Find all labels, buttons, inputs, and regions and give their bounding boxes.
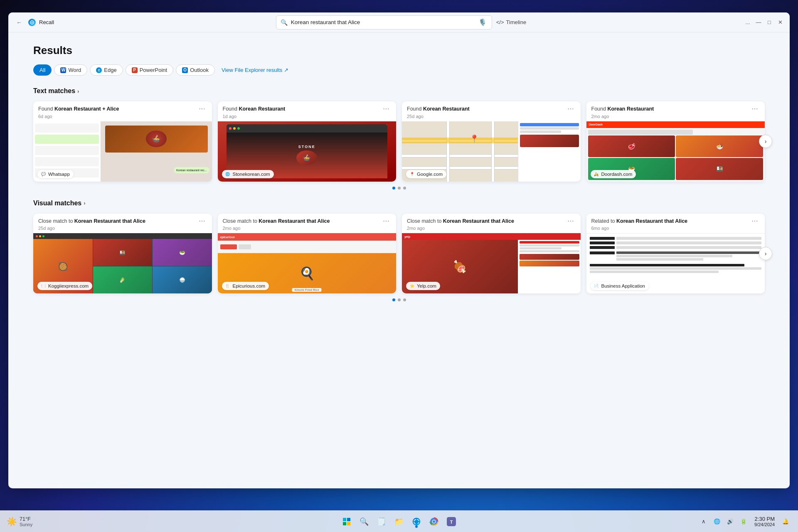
- map-pin: 📍: [470, 134, 479, 143]
- visual-matches-header[interactable]: Visual matches ›: [33, 200, 765, 207]
- card-4-menu-button[interactable]: ⋯: [750, 106, 760, 112]
- sys-network-icon[interactable]: 🌐: [711, 516, 723, 527]
- card-3-menu-button[interactable]: ⋯: [566, 106, 576, 112]
- taskbar-left: ☀️ 71°F Sunny: [7, 516, 32, 527]
- text-matches-header[interactable]: Text matches ›: [33, 87, 765, 95]
- wa-chat-3: [35, 146, 99, 155]
- edge-icon: e: [96, 67, 102, 73]
- close-button[interactable]: ✕: [776, 16, 785, 29]
- visual-match-card-4[interactable]: Related to Korean Restaurant that Alice …: [586, 214, 765, 294]
- yelp-source-icon: ⭐: [409, 283, 415, 289]
- start-button[interactable]: [339, 514, 355, 530]
- text-match-card-2[interactable]: Found Korean Restaurant 1d ago ⋯: [218, 101, 397, 182]
- vm-card-2-header: Close match to Korean Restaurant that Al…: [218, 214, 397, 234]
- biz-val-3: [616, 246, 762, 249]
- svg-point-1: [32, 22, 33, 23]
- biz-financial: [590, 264, 762, 273]
- text-matches-section: Found Korean Restaurant + Alice 6d ago ⋯: [33, 101, 765, 182]
- word-icon: W: [60, 67, 66, 73]
- minimize-button[interactable]: —: [754, 16, 763, 29]
- card-1-menu-button[interactable]: ⋯: [197, 106, 207, 112]
- edge-notification-dot: [415, 525, 418, 528]
- card-2-title: Found Korean Restaurant: [223, 106, 286, 113]
- vm-card-3-source-label: Yelp.com: [417, 283, 436, 288]
- mic-button[interactable]: 🎙️: [478, 18, 488, 26]
- taskbar-browser-button[interactable]: [426, 514, 442, 530]
- text-matches-chevron: ›: [77, 88, 79, 94]
- ys-r4: [520, 250, 579, 252]
- search-bar[interactable]: 🔍 🎙️: [276, 15, 492, 30]
- search-input[interactable]: [291, 19, 474, 25]
- browser-chrome: [227, 124, 387, 133]
- notification-bell-icon[interactable]: 🔔: [780, 516, 791, 527]
- taskbar-search-button[interactable]: 🔍: [356, 514, 372, 530]
- filter-tab-all[interactable]: All: [33, 64, 52, 76]
- filter-all-label: All: [39, 67, 45, 73]
- epi-logo: epicurious: [220, 236, 235, 239]
- vm-card-4-menu-button[interactable]: ⋯: [750, 218, 760, 224]
- clock-widget[interactable]: 2:30 PM 9/24/2024: [753, 515, 776, 528]
- app-title: Recall: [39, 19, 54, 25]
- visual-matches-chevron: ›: [84, 200, 85, 206]
- sys-sound-icon[interactable]: 🔊: [724, 516, 736, 527]
- map-road-v2: [491, 121, 495, 182]
- card-3-source-badge: 📍 Google.com: [406, 170, 446, 178]
- biz-val-2: [616, 241, 762, 244]
- visual-matches-dots: [33, 298, 765, 301]
- back-button[interactable]: ←: [13, 17, 25, 28]
- vm-card-2-time: 2mo ago: [223, 226, 330, 231]
- dd-food-1: 🥩: [588, 135, 675, 158]
- sys-battery-icon[interactable]: 🔋: [738, 516, 749, 527]
- card-2-image: STONE 🍲 🌐 Stonekorean.com: [218, 121, 397, 182]
- vm-card-2-menu-button[interactable]: ⋯: [381, 218, 391, 224]
- visual-match-card-2[interactable]: Close match to Korean Restaurant that Al…: [218, 214, 397, 294]
- visual-match-card-1[interactable]: Close match to Korean Restaurant that Al…: [33, 214, 212, 294]
- vm-card-2-source-badge: 🍴 Epicurious.com: [222, 282, 269, 290]
- vm-card-2-title: Close match to Korean Restaurant that Al…: [223, 218, 330, 225]
- weather-widget[interactable]: ☀️ 71°F Sunny: [7, 516, 32, 527]
- chrome-green: [237, 127, 240, 130]
- view-file-explorer-link[interactable]: View File Explorer results ↗: [217, 65, 293, 75]
- filter-tab-outlook[interactable]: O Outlook: [176, 64, 215, 76]
- filter-tab-edge[interactable]: e Edge: [90, 64, 123, 76]
- svg-rect-5: [347, 522, 350, 525]
- filter-powerpoint-label: PowerPoint: [140, 67, 167, 73]
- text-match-card-1[interactable]: Found Korean Restaurant + Alice 6d ago ⋯: [33, 101, 212, 182]
- text-match-card-4[interactable]: Found Korean Restaurant 2mo ago ⋯ DoorDa…: [586, 101, 765, 182]
- taskbar-search-icon: 🔍: [360, 517, 369, 526]
- visual-matches-next-button[interactable]: ›: [759, 247, 772, 260]
- filter-tab-word[interactable]: W Word: [54, 64, 87, 76]
- b-green: [42, 235, 44, 237]
- more-options-button[interactable]: ...: [743, 16, 752, 29]
- biz-row-3: [590, 246, 762, 249]
- taskbar-files-button[interactable]: 📁: [391, 514, 407, 530]
- text-matches-next-button[interactable]: ›: [759, 135, 772, 148]
- whatsapp-source-icon: 💬: [40, 171, 46, 177]
- card-1-source-label: Whatsapp: [48, 172, 70, 177]
- biz-row-4: [590, 251, 762, 261]
- dd-logo: DoorDash: [589, 123, 603, 126]
- vm-card-4-image: 📄 Business Application: [586, 233, 765, 293]
- maximize-button[interactable]: □: [765, 16, 774, 29]
- visual-match-card-3[interactable]: Close match to Korean Restaurant that Al…: [402, 214, 581, 294]
- vm-card-3-menu-button[interactable]: ⋯: [566, 218, 576, 224]
- taskbar-right: ∧ 🌐 🔊 🔋 2:30 PM 9/24/2024 🔔: [698, 515, 791, 528]
- taskbar-widgets-icon: 🗒️: [377, 517, 386, 526]
- vm-card-3-title: Close match to Korean Restaurant that Al…: [407, 218, 514, 225]
- taskbar-edge-button[interactable]: [409, 514, 424, 530]
- doordash-source-icon: 🛵: [594, 171, 599, 177]
- timeline-button[interactable]: </> Timeline: [492, 17, 530, 27]
- filter-tab-powerpoint[interactable]: P PowerPoint: [126, 64, 173, 76]
- card-4-image: DoorDash 🥩 🍜 🥗 🍱: [586, 121, 765, 182]
- fin-2: [590, 267, 762, 270]
- taskbar-teams-button[interactable]: T: [443, 514, 459, 530]
- timeline-icon: </>: [496, 19, 504, 25]
- visual-matches-grid: Close match to Korean Restaurant that Al…: [33, 214, 765, 294]
- sys-chevron-icon[interactable]: ∧: [698, 516, 709, 527]
- card-2-menu-button[interactable]: ⋯: [381, 106, 391, 112]
- text-match-card-3[interactable]: Found Korean Restaurant 25d ago ⋯: [402, 101, 581, 182]
- powerpoint-icon: P: [132, 67, 138, 73]
- filter-outlook-label: Outlook: [190, 67, 209, 73]
- vm-card-1-menu-button[interactable]: ⋯: [197, 218, 207, 224]
- taskbar-widgets-button[interactable]: 🗒️: [374, 514, 389, 530]
